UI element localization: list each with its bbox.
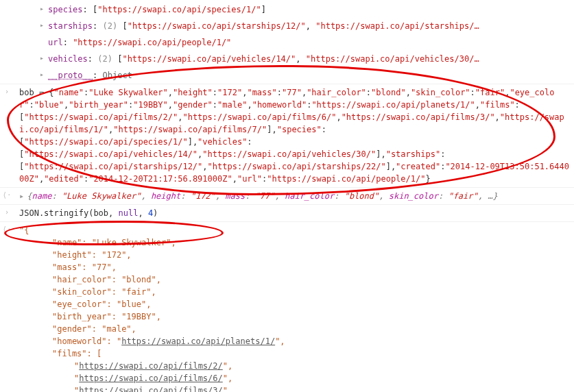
console-input-bob-assignment[interactable]: › bob = {"name":"Luke Skywalker","height… — [0, 84, 574, 188]
token: JSON.stringify( — [19, 208, 93, 218]
prop-key: species — [48, 5, 83, 14]
out-line: "skin_color": "fair", — [19, 286, 574, 298]
out-line: "https://swapi.co/api/films/6/", — [19, 372, 574, 384]
prop-url[interactable]: url: "https://swapi.co/api/people/1/" — [0, 34, 574, 51]
console-input-stringify[interactable]: › JSON.stringify(bob, null, 4) — [0, 205, 574, 222]
prop-val: "https://swapi.co/api/species/1/" — [97, 5, 261, 14]
prop-vehicles[interactable]: vehicles: (2) ["https://swapi.co/api/veh… — [0, 51, 574, 67]
devtools-console[interactable]: species: ["https://swapi.co/api/species/… — [0, 0, 574, 392]
return-icon: ⟨· — [0, 190, 14, 201]
out-line: "https://swapi.co/api/films/3/", — [19, 384, 574, 392]
out-open: "{ — [19, 225, 29, 235]
prop-proto[interactable]: __proto__: Object — [0, 67, 574, 84]
prop-key: __proto__ — [48, 71, 93, 80]
out-line: "height": "172", — [19, 249, 574, 261]
console-output-bob-preview[interactable]: ⟨· ▸{name: "Luke Skywalker", height: "17… — [0, 188, 574, 205]
var-name: bob — [19, 88, 34, 97]
prop-key: vehicles — [48, 54, 88, 64]
prop-val: "https://swapi.co/api/people/1/" — [73, 38, 231, 47]
out-line: "https://swapi.co/api/films/2/", — [19, 360, 574, 372]
out-line: "name": "Luke Skywalker", — [19, 236, 574, 249]
out-line: "mass": "77", — [19, 261, 574, 273]
prompt-icon: › — [0, 86, 14, 98]
prop-key: url — [48, 38, 63, 47]
prop-starships[interactable]: starships: (2) ["https://swapi.co/api/st… — [0, 18, 574, 34]
return-icon: ⟨· — [0, 224, 14, 236]
out-line: "hair_color": "blond", — [19, 273, 574, 286]
out-line: "homeworld": "https://swapi.co/api/plane… — [19, 335, 574, 347]
prompt-icon: › — [0, 207, 14, 219]
prop-species[interactable]: species: ["https://swapi.co/api/species/… — [0, 1, 574, 18]
out-line: "gender": "male", — [19, 323, 574, 335]
out-line: "birth_year": "19BBY", — [19, 310, 574, 323]
console-output-stringify[interactable]: ⟨· "{ "name": "Luke Skywalker", "height"… — [0, 222, 574, 392]
out-line: "films": [ — [19, 347, 574, 360]
prop-val: Object — [102, 71, 132, 80]
prop-key: starships — [48, 21, 93, 31]
out-line: "eye_color": "blue", — [19, 298, 574, 310]
